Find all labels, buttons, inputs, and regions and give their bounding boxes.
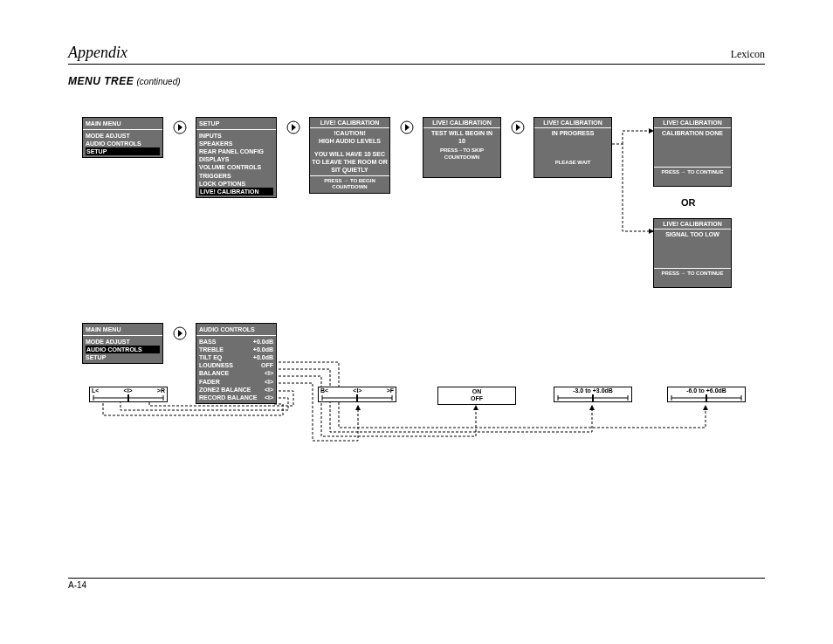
- menu-calib-caution: LIVE! CALIBRATION !CAUTION! HIGH AUDIO L…: [309, 117, 390, 194]
- menu-item: REAR PANEL CONFIG: [199, 147, 273, 155]
- menu-footer: PLEASE WAIT: [534, 158, 611, 168]
- menu-title: AUDIO CONTROLS: [196, 324, 276, 336]
- menu-title: MAIN MENU: [83, 324, 162, 336]
- row-value: <I>: [265, 386, 273, 394]
- row-label: TILT EQ: [199, 353, 222, 361]
- opt: OFF: [440, 395, 513, 402]
- slider-bass-treble: -6.0 to +6.0dB: [667, 387, 746, 402]
- menu-title: MAIN MENU: [83, 118, 162, 130]
- opt: ON: [440, 388, 513, 395]
- row-label: ZONE2 BALANCE: [199, 386, 251, 394]
- header-left: Appendix: [68, 44, 127, 62]
- menu-title: LIVE! CALIBRATION: [534, 118, 611, 128]
- slider-right: >R: [157, 387, 165, 394]
- text: 10: [425, 137, 499, 145]
- menu-item: SETUP: [86, 353, 160, 361]
- option-loudness: ONOFF: [437, 387, 516, 405]
- arrow-icon: [173, 326, 187, 340]
- menu-item: LOCK OPTIONS: [199, 180, 273, 188]
- text: SIT QUIETLY: [312, 166, 388, 174]
- page-header: Appendix Lexicon: [68, 44, 765, 65]
- row-label: RECORD BALANCE: [199, 394, 258, 401]
- row-label: BALANCE: [199, 369, 229, 377]
- slider-range: -3.0 to +3.0dB: [554, 387, 631, 394]
- slider-tilt: -3.0 to +3.0dB: [554, 387, 632, 402]
- menu-footer: PRESS→TO SKIP COUNTDOWN: [423, 146, 500, 163]
- menu-title: LIVE! CALIBRATION: [310, 118, 389, 128]
- menu-item-selected: AUDIO CONTROLS: [86, 346, 160, 353]
- menu-calib-progress: LIVE! CALIBRATION IN PROGRESS PLEASE WAI…: [534, 117, 612, 178]
- row-label: LOUDNESS: [199, 361, 233, 369]
- menu-main-1: MAIN MENU MODE ADJUST AUDIO CONTROLS SET…: [82, 117, 163, 158]
- text: IN PROGRESS: [536, 129, 609, 137]
- menu-footer: PRESS → TO BEGIN COUNTDOWN: [310, 175, 389, 194]
- menu-main-2: MAIN MENU MODE ADJUST AUDIO CONTROLS SET…: [82, 323, 163, 364]
- menu-title: LIVE! CALIBRATION: [654, 118, 731, 128]
- text: YOU WILL HAVE 10 SEC: [312, 150, 388, 158]
- arrow-icon: [400, 120, 414, 134]
- menu-tree-diagram: MAIN MENU MODE ADJUST AUDIO CONTROLS SET…: [68, 87, 765, 524]
- row-label: BASS: [199, 338, 216, 346]
- menu-item: TRIGGERS: [199, 172, 273, 180]
- slider-balance: L<<I>>R: [89, 387, 168, 402]
- slider-left: L<: [92, 387, 99, 394]
- menu-audio-controls: AUDIO CONTROLS BASS+0.0dB TREBLE+0.0dB T…: [196, 323, 277, 404]
- slider-range: -6.0 to +6.0dB: [668, 387, 745, 394]
- row-value: <I>: [265, 394, 273, 401]
- text: HIGH AUDIO LEVELS: [312, 137, 388, 145]
- text: SIGNAL TOO LOW: [656, 230, 729, 238]
- menu-item: AUDIO CONTROLS: [86, 140, 160, 147]
- text: !CAUTION!: [312, 129, 388, 137]
- arrow-icon: [173, 120, 187, 134]
- row-value: +0.0dB: [253, 353, 273, 361]
- menu-footer: PRESS → TO CONTINUE: [654, 167, 731, 178]
- arrow-icon: [286, 120, 300, 134]
- menu-item: DISPLAYS: [199, 155, 273, 163]
- row-value: +0.0dB: [253, 346, 273, 353]
- row-label: FADER: [199, 378, 220, 386]
- menu-calib-done: LIVE! CALIBRATION CALIBRATION DONE PRESS…: [653, 117, 732, 187]
- header-right: Lexicon: [731, 48, 765, 61]
- arrow-icon: [511, 120, 525, 134]
- menu-item-selected: LIVE! CALIBRATION: [199, 188, 273, 195]
- page-footer: A-14: [68, 578, 765, 590]
- row-value: <I>: [265, 369, 273, 377]
- or-text: OR: [681, 197, 696, 208]
- row-value: OFF: [261, 361, 273, 369]
- menu-item: MODE ADJUST: [86, 338, 160, 346]
- slider-right: >F: [387, 387, 394, 394]
- row-label: TREBLE: [199, 346, 224, 353]
- menu-item-selected: SETUP: [86, 147, 160, 155]
- menu-item: INPUTS: [199, 132, 273, 140]
- menu-item: MODE ADJUST: [86, 132, 160, 140]
- slider-left: B<: [320, 387, 328, 394]
- text: TEST WILL BEGIN IN: [425, 129, 499, 137]
- menu-calib-low: LIVE! CALIBRATION SIGNAL TOO LOW PRESS →…: [653, 218, 732, 288]
- row-value: +0.0dB: [253, 338, 273, 346]
- subtitle-cont: (continued): [137, 77, 181, 86]
- menu-title: SETUP: [196, 118, 276, 130]
- subtitle-main: MENU TREE: [68, 75, 134, 87]
- menu-item: VOLUME CONTROLS: [199, 163, 273, 171]
- row-value: <I>: [265, 378, 273, 386]
- slider-mid: <I>: [353, 387, 361, 394]
- slider-fader: B<<I>>F: [318, 387, 396, 402]
- menu-item: SPEAKERS: [199, 140, 273, 147]
- subtitle: MENU TREE (continued): [68, 75, 765, 87]
- menu-title: LIVE! CALIBRATION: [423, 118, 500, 128]
- text: CALIBRATION DONE: [656, 129, 729, 137]
- menu-setup: SETUP INPUTS SPEAKERS REAR PANEL CONFIG …: [196, 117, 277, 198]
- text: TO LEAVE THE ROOM OR: [312, 158, 388, 166]
- menu-title: LIVE! CALIBRATION: [654, 219, 731, 230]
- menu-calib-test: LIVE! CALIBRATION TEST WILL BEGIN IN 10 …: [423, 117, 501, 178]
- menu-footer: PRESS → TO CONTINUE: [654, 268, 731, 279]
- slider-mid: <I>: [124, 387, 133, 394]
